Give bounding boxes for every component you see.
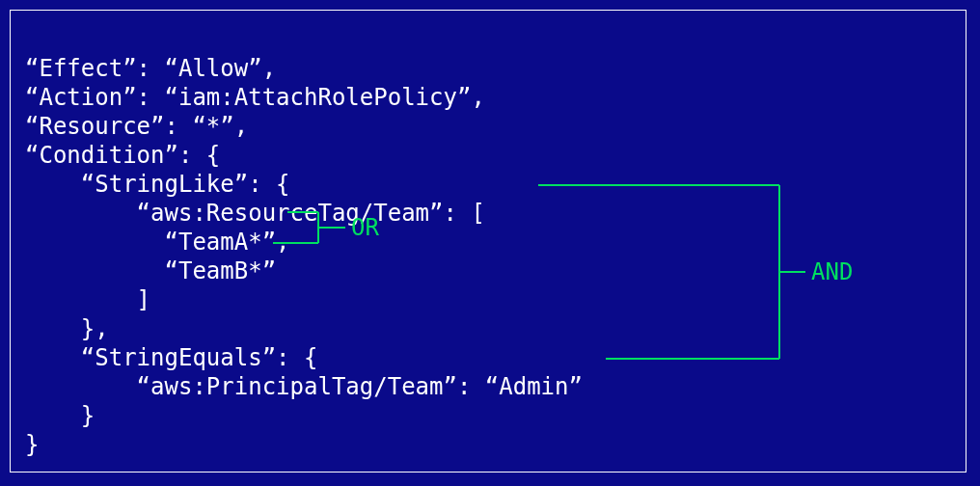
and-bracket-icon bbox=[0, 0, 980, 486]
and-label: AND bbox=[811, 258, 853, 285]
